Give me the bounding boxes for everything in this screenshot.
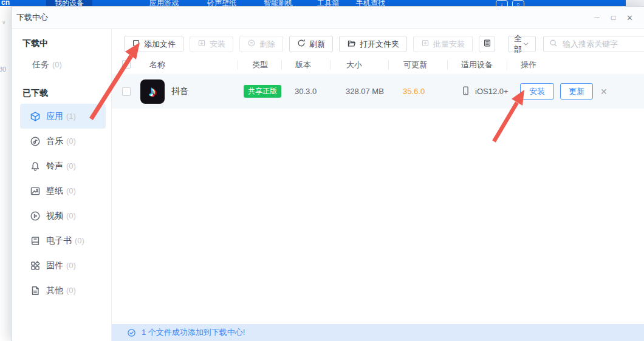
table-row: ♪ 抖音 共享正版 30.3.0 328.07 MB 35.6.0 iOS12.… <box>112 74 644 109</box>
search-input[interactable] <box>561 39 644 49</box>
toolbar: 添加文件 安装 删除 刷新 打开文件夹 <box>112 29 644 52</box>
search-box <box>543 36 644 52</box>
header-size: 大小 <box>330 60 388 70</box>
sidebar-item-ebooks[interactable]: 电子书 (0) <box>20 228 106 253</box>
size-value: 328.07 MB <box>330 87 388 96</box>
search-icon <box>549 39 558 50</box>
status-message: 1 个文件成功添加到下载中心! <box>142 327 245 338</box>
row-remove-icon[interactable]: ✕ <box>600 87 608 96</box>
music-note-icon: ♪ <box>149 84 156 99</box>
douyin-app-icon: ♪ <box>140 79 165 104</box>
sidebar-list: 应用 (1) 音乐 (0) 铃声 (0) 壁纸 (0) <box>12 104 111 303</box>
download-center-window: 下载中心 ─ □ ✕ 下载中 任务(0) 已下载 应用 (1) 音乐 (0) <box>11 6 644 341</box>
sidebar-item-videos[interactable]: 视频 (0) <box>20 203 106 228</box>
header-name: 名称 <box>140 60 238 70</box>
check-circle-icon <box>127 328 136 337</box>
video-icon <box>30 211 41 221</box>
bg-tab-apps-games[interactable]: 应用游戏 <box>141 0 187 6</box>
topbar-circle-icon[interactable]: ○ <box>512 0 524 6</box>
table-header: 名称 类型 版本 大小 可更新 适用设备 操作 <box>112 58 644 72</box>
task-count: (0) <box>52 60 62 69</box>
batch-install-icon <box>421 39 430 49</box>
topbar-download-icon[interactable]: ↓ <box>496 0 508 6</box>
sidebar-item-firmware[interactable]: 固件 (0) <box>20 253 106 278</box>
close-button[interactable]: ✕ <box>622 10 638 25</box>
select-all-checkbox[interactable] <box>122 60 131 69</box>
section-heading-downloaded: 已下载 <box>12 87 111 99</box>
background-app-topbar: cn 我的设备 应用游戏 铃声壁纸 智能刷机 工具箱 手机查找 ↓ ○ <box>0 0 626 6</box>
firmware-icon <box>30 260 41 271</box>
row-checkbox[interactable] <box>122 87 131 96</box>
install-button[interactable]: 安装 <box>190 36 233 52</box>
version-value: 30.3.0 <box>281 87 330 96</box>
sidebar-item-ringtones[interactable]: 铃声 (0) <box>20 154 106 178</box>
sidebar-item-music[interactable]: 音乐 (0) <box>20 129 106 154</box>
chevron-icon: ∨ <box>2 19 6 25</box>
open-folder-button[interactable]: 打开文件夹 <box>339 36 407 52</box>
bg-tab-my-device[interactable]: 我的设备 <box>46 0 92 6</box>
update-version-value: 35.6.0 <box>388 87 447 96</box>
install-icon <box>197 39 206 49</box>
device-requirement: iOS12.0+ <box>475 87 509 96</box>
app-name: 抖音 <box>171 86 188 97</box>
header-version: 版本 <box>281 60 330 70</box>
cube-icon <box>30 111 41 122</box>
ebook-icon <box>30 235 41 246</box>
refresh-icon <box>297 39 306 49</box>
bg-tab-ringtones[interactable]: 铃声壁纸 <box>199 0 245 6</box>
app-logo-fragment: cn <box>1 0 10 6</box>
header-device: 适用设备 <box>447 60 507 70</box>
list-icon <box>483 39 492 49</box>
filter-dropdown[interactable]: 全部 <box>508 36 536 52</box>
music-disc-icon <box>30 136 41 147</box>
background-left-edge: ∨ 30 <box>0 6 12 341</box>
header-updatable: 可更新 <box>388 60 447 70</box>
minimize-button[interactable]: ─ <box>589 10 605 25</box>
empty-list-area <box>112 109 644 324</box>
refresh-button[interactable]: 刷新 <box>289 36 333 52</box>
sidebar-item-apps[interactable]: 应用 (1) <box>20 104 106 129</box>
bg-tab-flash[interactable]: 智能刷机 <box>255 0 301 6</box>
other-file-icon <box>30 285 41 296</box>
detail-list-toggle-button[interactable] <box>479 36 495 52</box>
sidebar-item-wallpapers[interactable]: 壁纸 (0) <box>20 178 106 203</box>
row-update-button[interactable]: 更新 <box>560 83 593 100</box>
bell-icon <box>30 161 41 172</box>
sidebar-item-other[interactable]: 其他 (0) <box>20 278 106 303</box>
chevron-down-icon <box>522 40 530 48</box>
delete-icon <box>247 39 256 49</box>
title-bar: 下载中心 ─ □ ✕ <box>12 7 644 29</box>
bg-tab-toolbox[interactable]: 工具箱 <box>309 0 348 6</box>
edge-number-fragment: 30 <box>0 66 6 73</box>
filter-value: 全部 <box>514 33 522 55</box>
section-heading-downloading: 下载中 <box>12 37 111 49</box>
add-file-button[interactable]: 添加文件 <box>124 36 183 52</box>
folder-icon <box>347 39 356 50</box>
add-file-icon <box>132 39 140 49</box>
delete-button[interactable]: 删除 <box>239 36 283 52</box>
phone-icon <box>461 86 471 98</box>
status-bar: 1 个文件成功添加到下载中心! <box>112 324 644 341</box>
sidebar: 下载中 任务(0) 已下载 应用 (1) 音乐 (0) 铃声 (0) <box>12 29 112 341</box>
window-title: 下载中心 <box>12 12 48 23</box>
maximize-button[interactable]: □ <box>605 10 622 25</box>
main-panel: 添加文件 安装 删除 刷新 打开文件夹 <box>112 29 644 341</box>
header-action: 操作 <box>507 60 644 70</box>
header-type: 类型 <box>238 60 281 70</box>
row-install-button[interactable]: 安装 <box>520 83 554 100</box>
window-controls: ─ □ ✕ <box>589 10 644 25</box>
batch-install-button[interactable]: 批量安装 <box>413 36 473 52</box>
sidebar-item-tasks[interactable]: 任务(0) <box>12 57 111 72</box>
license-badge: 共享正版 <box>244 85 281 98</box>
wallpaper-icon <box>30 186 41 197</box>
bg-tab-find-phone[interactable]: 手机查找 <box>348 0 394 6</box>
